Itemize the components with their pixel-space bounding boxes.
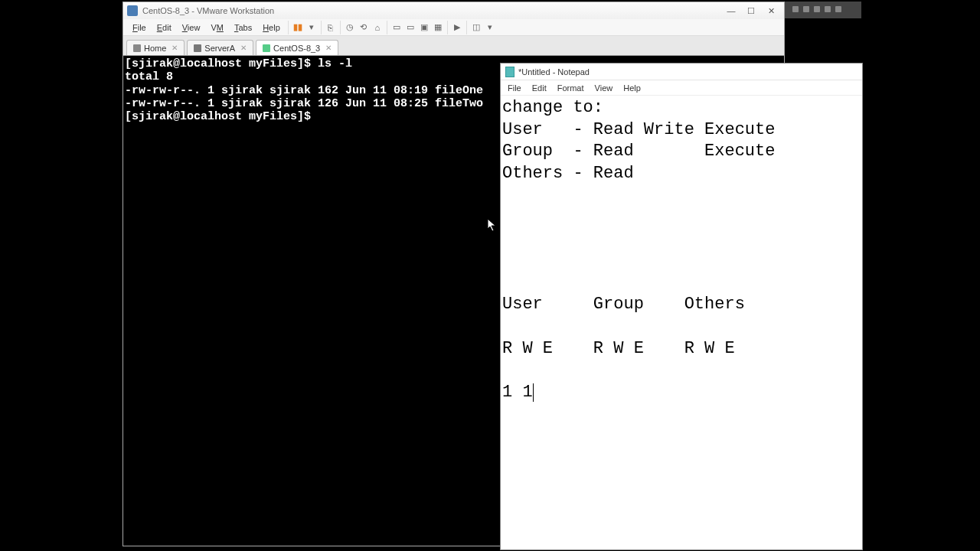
unity-icon[interactable]: ◫ bbox=[470, 21, 482, 34]
close-button[interactable]: ✕ bbox=[762, 5, 780, 17]
text-cursor bbox=[533, 383, 534, 402]
tab-label: CentOS-8_3 bbox=[273, 44, 320, 53]
vm-icon bbox=[194, 44, 201, 52]
dropdown2-icon[interactable]: ▾ bbox=[484, 21, 496, 34]
mouse-cursor-icon bbox=[487, 218, 498, 232]
vm-icon bbox=[263, 44, 270, 52]
pause-icon[interactable]: ▮▮ bbox=[292, 21, 304, 34]
dropdown-icon[interactable]: ▾ bbox=[305, 21, 318, 34]
menu-tabs[interactable]: Tabs bbox=[230, 21, 256, 34]
bg-icon bbox=[792, 6, 799, 12]
bg-icon bbox=[835, 6, 841, 12]
tab-label: Home bbox=[144, 44, 166, 53]
view4-icon[interactable]: ▦ bbox=[432, 21, 444, 34]
notepad-textarea[interactable]: change to: User - Read Write Execute Gro… bbox=[501, 96, 862, 549]
close-tab-icon[interactable]: ✕ bbox=[325, 44, 332, 52]
revert-icon[interactable]: ⟲ bbox=[358, 21, 370, 34]
bg-icon bbox=[814, 6, 820, 12]
view2-icon[interactable]: ▭ bbox=[404, 21, 416, 34]
np-menu-help[interactable]: Help bbox=[618, 83, 646, 93]
separator bbox=[466, 21, 467, 34]
menu-help[interactable]: Help bbox=[258, 21, 285, 34]
tab-label: ServerA bbox=[204, 44, 235, 53]
np-menu-format[interactable]: Format bbox=[552, 83, 590, 93]
bg-icon bbox=[803, 6, 809, 12]
notepad-window: *Untitled - Notepad File Edit Format Vie… bbox=[500, 63, 863, 550]
vmware-title-text: CentOS-8_3 - VMware Workstation bbox=[142, 6, 274, 15]
view3-icon[interactable]: ▣ bbox=[418, 21, 430, 34]
menu-vm[interactable]: VM bbox=[206, 21, 228, 34]
vmware-icon bbox=[127, 5, 138, 16]
close-tab-icon[interactable]: ✕ bbox=[240, 44, 247, 52]
manage-icon[interactable]: ⌂ bbox=[371, 21, 384, 34]
vmware-menubar: File Edit View VM Tabs Help ▮▮ ▾ ⎘ ◷ ⟲ ⌂… bbox=[123, 19, 784, 36]
separator bbox=[387, 21, 387, 34]
close-tab-icon[interactable]: ✕ bbox=[172, 44, 178, 52]
minimize-button[interactable]: — bbox=[722, 5, 740, 17]
background-toolbar bbox=[785, 2, 861, 18]
separator bbox=[340, 21, 341, 34]
np-menu-view[interactable]: View bbox=[590, 83, 619, 93]
snapshot-icon[interactable]: ◷ bbox=[344, 21, 356, 34]
tab-servera[interactable]: ServerA ✕ bbox=[187, 40, 253, 55]
fullscreen-icon[interactable]: ▶ bbox=[451, 21, 463, 34]
np-menu-file[interactable]: File bbox=[502, 83, 527, 93]
menu-file[interactable]: File bbox=[128, 21, 151, 34]
menu-edit[interactable]: Edit bbox=[152, 21, 176, 34]
notepad-icon bbox=[505, 67, 514, 77]
tab-home[interactable]: Home ✕ bbox=[126, 40, 185, 55]
home-icon bbox=[133, 44, 141, 52]
maximize-button[interactable]: ☐ bbox=[742, 5, 760, 17]
np-menu-edit[interactable]: Edit bbox=[527, 83, 552, 93]
separator bbox=[447, 21, 448, 34]
vmware-tabbar: Home ✕ ServerA ✕ CentOS-8_3 ✕ bbox=[123, 36, 784, 56]
separator bbox=[321, 21, 322, 34]
separator bbox=[288, 21, 289, 34]
notepad-titlebar[interactable]: *Untitled - Notepad bbox=[501, 64, 862, 80]
send-icon[interactable]: ⎘ bbox=[325, 21, 337, 34]
vmware-titlebar[interactable]: CentOS-8_3 - VMware Workstation — ☐ ✕ bbox=[123, 2, 784, 19]
bg-icon bbox=[825, 6, 831, 12]
notepad-menubar: File Edit Format View Help bbox=[501, 80, 862, 96]
menu-view[interactable]: View bbox=[178, 21, 205, 34]
view1-icon[interactable]: ▭ bbox=[390, 21, 403, 34]
notepad-title-text: *Untitled - Notepad bbox=[518, 67, 590, 77]
tab-centos[interactable]: CentOS-8_3 ✕ bbox=[256, 40, 338, 55]
